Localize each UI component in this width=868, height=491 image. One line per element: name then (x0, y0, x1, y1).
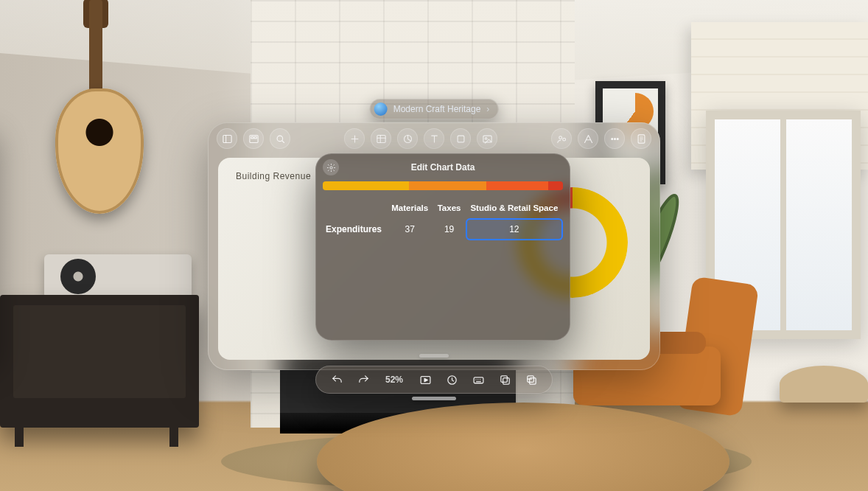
svg-rect-8 (251, 136, 253, 139)
document-title-pill[interactable]: Modern Craft Heritage › (370, 99, 499, 119)
document-options-button[interactable] (631, 128, 651, 149)
series-color-3[interactable] (548, 181, 563, 190)
series-color-2[interactable] (486, 181, 549, 190)
series-color-0[interactable] (323, 181, 409, 190)
table-button[interactable] (371, 128, 391, 149)
data-cell[interactable]: 37 (387, 218, 433, 240)
undo-button[interactable] (329, 372, 345, 388)
svg-point-22 (329, 166, 332, 168)
edit-chart-data-panel: Edit Chart Data MaterialsTaxesStudio & R… (315, 153, 570, 341)
document-title: Modern Craft Heritage (393, 104, 481, 114)
column-header[interactable]: Materials (387, 198, 433, 218)
svg-point-20 (617, 138, 618, 139)
svg-rect-25 (474, 377, 483, 383)
format-button[interactable] (578, 128, 598, 149)
zoom-level[interactable]: 52% (382, 375, 407, 385)
modal-title: Edit Chart Data (411, 162, 475, 173)
play-button[interactable] (417, 372, 433, 388)
app-badge-icon (374, 102, 388, 116)
svg-point-19 (614, 138, 615, 139)
insert-menu-button[interactable] (344, 128, 365, 149)
svg-rect-6 (223, 135, 231, 142)
zoom-menu-button[interactable] (270, 128, 290, 149)
copy-style-button[interactable] (497, 372, 513, 388)
text-button[interactable] (424, 128, 444, 149)
series-color-strip[interactable] (323, 181, 563, 190)
turntable (44, 254, 192, 299)
column-header[interactable]: Taxes (433, 198, 465, 218)
svg-rect-11 (377, 135, 385, 142)
gear-icon (326, 163, 336, 173)
column-header[interactable]: Studio & Retail Space (466, 198, 563, 218)
home-indicator[interactable] (412, 397, 456, 400)
slide-heading: Building Revenue (236, 171, 311, 181)
svg-point-10 (277, 136, 283, 142)
collaborate-button[interactable] (551, 128, 572, 149)
shape-button[interactable] (450, 128, 471, 149)
svg-rect-27 (500, 375, 507, 381)
window-grabber[interactable] (419, 354, 449, 358)
series-color-1[interactable] (409, 181, 486, 190)
bottom-toolbar: 52% (315, 366, 553, 394)
top-toolbar (208, 122, 660, 155)
chart-data-table: MaterialsTaxesStudio & Retail Space Expe… (323, 198, 563, 240)
sidebar-toggle-button[interactable] (217, 128, 237, 149)
view-options-button[interactable] (243, 128, 264, 149)
svg-point-18 (611, 138, 612, 139)
svg-rect-26 (503, 377, 509, 384)
row-header[interactable]: Expenditures (323, 218, 387, 240)
svg-point-16 (559, 136, 561, 139)
chart-data-settings-button[interactable] (323, 159, 339, 175)
guitar (41, 0, 151, 236)
media-button[interactable] (477, 128, 497, 149)
redo-button[interactable] (355, 372, 371, 388)
more-button[interactable] (604, 128, 625, 149)
svg-point-15 (485, 137, 487, 139)
side-table (780, 366, 868, 403)
svg-rect-9 (254, 136, 256, 139)
paste-style-button[interactable] (523, 372, 539, 388)
chevron-right-icon: › (486, 104, 489, 114)
animate-button[interactable] (444, 372, 460, 388)
chart-button[interactable] (397, 128, 418, 149)
keyboard-button[interactable] (470, 372, 486, 388)
svg-rect-13 (458, 136, 464, 142)
credenza (0, 295, 199, 428)
svg-point-17 (562, 138, 565, 141)
data-cell[interactable]: 12 (466, 218, 563, 240)
data-cell[interactable]: 19 (433, 218, 465, 240)
